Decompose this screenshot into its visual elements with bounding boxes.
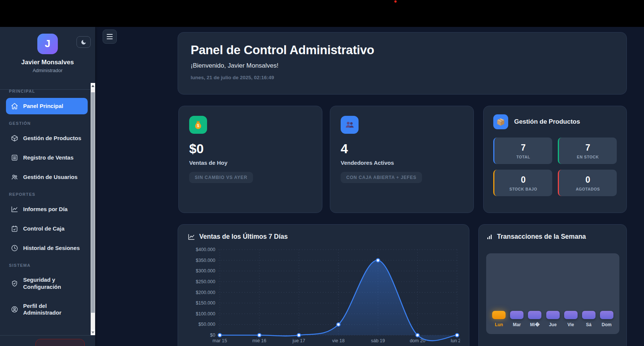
product-stat-label: AGOTADOS: [562, 187, 614, 191]
avatar: J: [37, 34, 58, 54]
bar-column-mar: Mar: [509, 311, 525, 327]
bar-label: Dom: [602, 322, 612, 327]
theme-toggle-button[interactable]: [76, 36, 91, 48]
product-stat-label: STOCK BAJO: [497, 187, 549, 191]
bar: [510, 311, 523, 319]
sidebar-item-label: Registro de Ventas: [23, 154, 74, 161]
logout-button[interactable]: [35, 339, 85, 346]
line-chart-icon: [188, 233, 195, 241]
bar: [582, 311, 595, 319]
avatar-letter: J: [45, 38, 50, 50]
scrollbar-up-arrow-icon[interactable]: [91, 83, 95, 89]
sidebar-item-panel-principal[interactable]: Panel Principal: [6, 98, 88, 114]
sidebar-item-gestion-de-usuarios[interactable]: Gestión de Usuarios: [6, 169, 88, 185]
calendar-check-icon: [11, 225, 18, 232]
svg-text:$250.000: $250.000: [196, 279, 215, 284]
sidebar-item-informes-por-dia[interactable]: Informes por Día: [6, 201, 88, 217]
svg-text:$100.000: $100.000: [196, 311, 215, 316]
bar-label: Mi�: [530, 322, 540, 327]
users-icon: [11, 173, 18, 181]
sidebar-item-seguridad-y-configuracion[interactable]: Seguridad y Configuración: [6, 272, 88, 295]
bar-label: Mar: [513, 322, 521, 327]
stat-value: 4: [341, 141, 463, 156]
transactions-header: Transacciones de la Semana: [486, 233, 619, 241]
svg-text:$0: $0: [210, 333, 215, 338]
package-icon: [11, 135, 18, 142]
stat-card-ventas-de-hoy: $$0Ventas de HoySIN CAMBIO VS AYER: [178, 106, 322, 213]
user-circle-icon: [11, 306, 18, 313]
svg-text:$50.000: $50.000: [198, 322, 215, 327]
svg-text:mar 15: mar 15: [213, 338, 227, 343]
datetime-text: lunes, 21 de julio de 2025, 02:16:49: [191, 75, 614, 80]
sidebar-user-panel: J Javier Monsalves Administrador: [0, 34, 95, 90]
products-card-title: Gestión de Productos: [514, 118, 580, 126]
home-icon: [11, 102, 18, 110]
bar-column-sa: Sá: [581, 311, 597, 327]
products-card-header: Gestión de Productos: [493, 114, 617, 129]
sidebar-nav: PRINCIPALPanel PrincipalGESTIÓNGestión d…: [0, 83, 91, 335]
sidebar-item-label: Gestión de Productos: [23, 135, 81, 142]
product-stat-stock-bajo: 0STOCK BAJO: [493, 170, 552, 196]
sidebar-footer: [0, 335, 95, 346]
users-group-icon: [341, 116, 359, 134]
product-stat-value: 7: [562, 143, 614, 153]
bar-label: Jue: [549, 322, 557, 327]
menu-toggle-button[interactable]: [103, 30, 117, 44]
bar-chart-icon: [486, 234, 493, 240]
sidebar-item-label: Informes por Día: [23, 206, 68, 213]
nav-section-label: GESTIÓN: [9, 121, 88, 126]
sidebar-item-historial-de-sesiones[interactable]: Historial de Sesiones: [6, 240, 88, 256]
scrollbar-down-arrow-icon[interactable]: [91, 330, 95, 335]
sidebar-item-label: Seguridad y Configuración: [23, 277, 83, 291]
sidebar-item-perfil-del-administrador[interactable]: Perfil del Administrador: [6, 298, 88, 321]
bar-column-vie: Vie: [563, 311, 579, 327]
stat-label: Ventas de Hoy: [189, 160, 312, 166]
product-stat-total: 7TOTAL: [493, 138, 552, 164]
sidebar-scrollbar[interactable]: [91, 83, 95, 335]
user-name: Javier Monsalves: [0, 59, 95, 66]
moon-icon: [81, 39, 87, 45]
list-icon: [11, 154, 18, 161]
bar: [600, 311, 613, 319]
sidebar-item-control-de-caja[interactable]: Control de Caja: [6, 220, 88, 237]
svg-text:lun 21: lun 21: [451, 338, 460, 343]
stat-label: Vendedores Activos: [341, 160, 463, 166]
sidebar-item-label: Gestión de Usuarios: [23, 174, 78, 181]
sidebar-item-label: Historial de Sesiones: [23, 245, 80, 252]
sidebar: J Javier Monsalves Administrador PRINCIP…: [0, 27, 95, 346]
product-stat-value: 0: [497, 175, 549, 185]
header-card: Panel de Control Administrativo ¡Bienven…: [178, 32, 627, 95]
svg-text:$150.000: $150.000: [196, 300, 215, 306]
line-chart-icon: [11, 206, 18, 213]
scrollbar-thumb[interactable]: [91, 92, 95, 313]
bar-column-lun: Lun: [491, 311, 507, 327]
product-stat-agotados: 0AGOTADOS: [558, 170, 617, 196]
shield-check-icon: [11, 280, 18, 287]
product-stat-value: 7: [497, 143, 549, 153]
svg-text:mié 16: mié 16: [252, 338, 266, 343]
sidebar-item-registro-de-ventas[interactable]: Registro de Ventas: [6, 149, 88, 166]
nav-section-label: REPORTES: [9, 192, 88, 197]
svg-text:$300.000: $300.000: [196, 268, 215, 274]
sidebar-item-gestion-de-productos[interactable]: Gestión de Productos: [6, 130, 88, 146]
bar: [564, 311, 578, 319]
sales-line-chart: $400.000$350.000$300.000$250.000$200.000…: [188, 244, 459, 346]
recording-dot-icon: [394, 0, 397, 3]
bar-label: Lun: [495, 322, 503, 327]
stat-value: $0: [189, 141, 312, 156]
product-stat-label: EN STOCK: [562, 155, 614, 159]
svg-text:$350.000: $350.000: [196, 258, 215, 263]
bar-column-jue: Jue: [545, 311, 561, 327]
sidebar-item-label: Perfil del Administrador: [23, 303, 83, 317]
hamburger-icon: [107, 34, 113, 35]
product-stat-label: TOTAL: [497, 155, 549, 159]
nav-section-label: PRINCIPAL: [9, 89, 88, 93]
transactions-card: Transacciones de la Semana LunMarMi�JueV…: [478, 224, 627, 346]
user-role: Administrador: [0, 68, 95, 73]
svg-text:vie 18: vie 18: [332, 338, 344, 343]
sales-chart-card: Ventas de los Últimos 7 Días $400.000$35…: [178, 224, 469, 346]
sales-chart-title: Ventas de los Últimos 7 Días: [199, 233, 288, 241]
stat-badge: SIN CAMBIO VS AYER: [189, 172, 253, 183]
sidebar-item-label: Panel Principal: [23, 103, 63, 110]
clock-icon: [11, 244, 18, 252]
